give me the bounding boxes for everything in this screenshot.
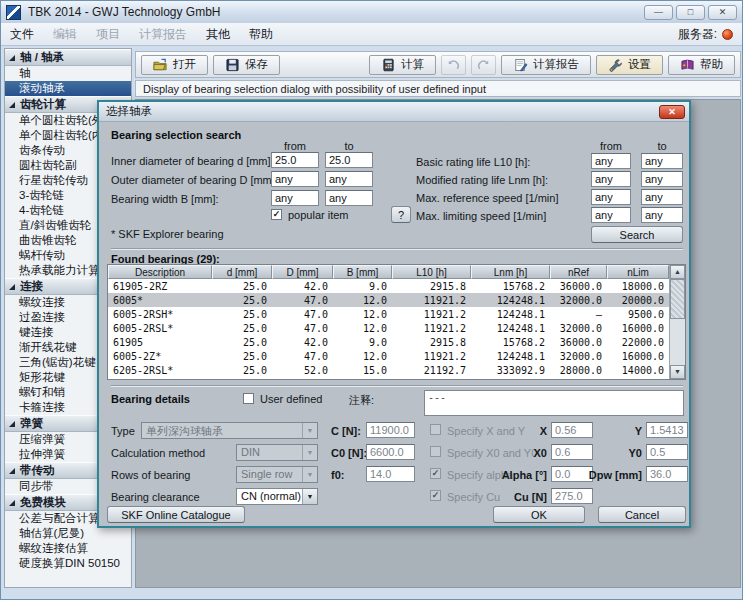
calculate-button-label: 计算	[401, 57, 424, 72]
max-reference-speed-label: Max. reference speed [1/min]	[416, 192, 558, 204]
table-header-cell[interactable]: D [mm]	[272, 265, 333, 279]
table-header-row: Descriptiond [mm]D [mm]B [mm]L10 [h]Lnm …	[108, 265, 669, 279]
dialog-title-bar[interactable]: 选择轴承	[99, 102, 689, 122]
calculate-button[interactable]: 计算	[369, 55, 436, 75]
f0-input	[366, 466, 415, 482]
search-button[interactable]: Search	[591, 226, 683, 243]
wrench-icon	[608, 58, 623, 72]
popular-help-button[interactable]: ?	[391, 206, 411, 223]
table-cell: 16000.0	[607, 321, 669, 335]
save-button[interactable]: 保存	[213, 55, 280, 75]
sidebar-section-header-0[interactable]: 轴 / 轴承	[5, 49, 131, 66]
scrollbar-track[interactable]	[670, 319, 685, 365]
redo-icon	[476, 58, 491, 72]
scrollbar-thumb[interactable]	[670, 279, 685, 319]
table-row[interactable]: 6005-2Z*25.047.012.011921.2124248.132000…	[108, 349, 669, 363]
dialog-close-button[interactable]: ✕	[659, 105, 685, 119]
dropdown-arrow-icon	[302, 445, 317, 460]
table-cell: 32000.0	[550, 321, 607, 335]
menu-item-5[interactable]: 帮助	[249, 26, 273, 43]
minimize-button[interactable]: —	[644, 5, 673, 20]
maximize-button[interactable]: □	[676, 5, 705, 20]
table-header-cell[interactable]: nLim	[607, 265, 669, 279]
open-button[interactable]: 打开	[141, 55, 208, 75]
sidebar-section-title: 带传动	[20, 463, 55, 478]
results-scrollbar[interactable]: ▲ ▼	[669, 265, 685, 379]
skf-catalogue-button[interactable]: SKF Online Catalogue	[107, 506, 245, 523]
sidebar-item[interactable]: 螺纹连接估算	[5, 541, 131, 556]
settings-button[interactable]: 设置	[596, 55, 663, 75]
menu-item-4[interactable]: 其他	[206, 26, 230, 43]
separator	[111, 248, 683, 250]
user-defined-checkbox[interactable]	[243, 393, 254, 404]
table-cell: 124248.1	[471, 307, 550, 321]
close-button[interactable]: ✕	[708, 5, 737, 20]
title-bar[interactable]: TBK 2014 - GWJ Technology GmbH — □ ✕	[1, 1, 742, 23]
table-header-cell[interactable]: L10 [h]	[392, 265, 471, 279]
outer-diameter-from-input[interactable]	[271, 171, 319, 187]
bearing-width-from-input[interactable]	[271, 190, 319, 206]
max-reference-speed-from-input[interactable]	[591, 189, 631, 205]
scroll-up-icon[interactable]: ▲	[670, 265, 685, 279]
inner-diameter-from-input[interactable]	[271, 152, 319, 168]
type-value: 单列深沟球轴承	[142, 423, 302, 438]
rows-of-bearing-label: Rows of bearing	[111, 469, 191, 481]
undo-button	[441, 55, 466, 75]
modified-rating-life-to-input[interactable]	[641, 171, 683, 187]
table-cell: 61905	[108, 335, 212, 349]
menu-item-0[interactable]: 文件	[10, 26, 34, 43]
table-header-cell[interactable]: B [mm]	[333, 265, 392, 279]
basic-rating-life-from-input[interactable]	[591, 153, 631, 169]
bearing-width-to-input[interactable]	[325, 190, 373, 206]
cu-label: Cu [N]	[481, 491, 547, 503]
comment-label: 注释:	[349, 393, 374, 408]
table-header-cell[interactable]: Lnm [h]	[471, 265, 550, 279]
dropdown-arrow-icon	[302, 489, 317, 504]
cancel-button[interactable]: Cancel	[598, 506, 686, 523]
sidebar-section-title: 齿轮计算	[20, 97, 66, 112]
table-row[interactable]: 6190525.042.09.02915.815768.236000.02200…	[108, 335, 669, 349]
comment-textarea[interactable]: ---	[424, 390, 684, 416]
max-limiting-speed-to-input[interactable]	[641, 207, 683, 223]
bearing-clearance-dropdown[interactable]: CN (normal)	[236, 488, 318, 505]
settings-button-label: 设置	[628, 57, 651, 72]
table-cell: 11921.2	[392, 321, 471, 335]
table-row[interactable]: 6205-2RSL*25.052.015.021192.7333092.9280…	[108, 363, 669, 377]
calc-method-dropdown: DIN	[236, 444, 318, 461]
table-cell: 25.0	[212, 307, 272, 321]
help-button[interactable]: 帮助	[668, 55, 735, 75]
ok-button[interactable]: OK	[493, 506, 585, 523]
table-cell: –	[550, 307, 607, 321]
inner-diameter-to-input[interactable]	[325, 152, 373, 168]
table-header-cell[interactable]: d [mm]	[212, 265, 272, 279]
table-row[interactable]: 6005*25.047.012.011921.2124248.132000.02…	[108, 293, 669, 307]
table-cell: 47.0	[272, 321, 333, 335]
popular-item-checkbox[interactable]	[271, 209, 282, 220]
modified-rating-life-from-input[interactable]	[591, 171, 631, 187]
sidebar-item[interactable]: 滚动轴承	[5, 81, 131, 96]
report-button[interactable]: 计算报告	[501, 55, 591, 75]
alpha-input	[551, 466, 593, 482]
sidebar-item[interactable]: 轴	[5, 66, 131, 81]
table-row[interactable]: 6005-2RSH*25.047.012.011921.2124248.1–95…	[108, 307, 669, 321]
redo-button	[471, 55, 496, 75]
table-header-cell[interactable]: nRef	[550, 265, 607, 279]
table-cell: 25.0	[212, 363, 272, 377]
expand-triangle-icon	[9, 284, 15, 290]
table-cell: 36000.0	[550, 279, 607, 293]
table-cell: 18000.0	[607, 279, 669, 293]
table-cell: 14000.0	[607, 363, 669, 377]
table-cell: 12.0	[333, 349, 392, 363]
sidebar-item[interactable]: 硬度换算DIN 50150	[5, 556, 131, 571]
table-header-cell[interactable]: Description	[108, 265, 212, 279]
max-limiting-speed-from-input[interactable]	[591, 207, 631, 223]
basic-rating-life-to-input[interactable]	[641, 153, 683, 169]
sidebar-item[interactable]: 轴估算(尼曼)	[5, 526, 131, 541]
scroll-down-icon[interactable]: ▼	[670, 365, 685, 379]
sidebar-section-title: 免费模块	[20, 495, 66, 510]
table-row[interactable]: 61905-2RZ25.042.09.02915.815768.236000.0…	[108, 279, 669, 293]
table-row[interactable]: 6005-2RSL*25.047.012.011921.2124248.1320…	[108, 321, 669, 335]
max-reference-speed-to-input[interactable]	[641, 189, 683, 205]
outer-diameter-to-input[interactable]	[325, 171, 373, 187]
table-cell: 6005-2RSL*	[108, 321, 212, 335]
